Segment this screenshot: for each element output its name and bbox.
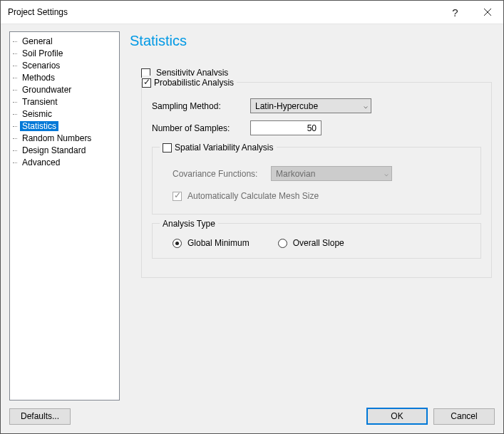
tree-item-soil-profile[interactable]: Soil Profile [10,47,119,59]
page-heading: Statistics [130,33,495,49]
tree-item-scenarios[interactable]: Scenarios [10,59,119,71]
global-minimum-radio[interactable] [173,239,182,248]
spatial-checkbox[interactable] [163,143,172,153]
defaults-button[interactable]: Defaults... [9,408,71,425]
close-button[interactable] [471,1,503,24]
tree-item-statistics[interactable]: Statistics [10,120,119,132]
help-icon: ? [452,6,458,19]
sampling-method-value: Latin-Hypercube [255,101,318,111]
tree-item-groundwater[interactable]: Groundwater [10,83,119,95]
tree-item-advanced[interactable]: Advanced [10,156,119,168]
spatial-group: Spatial Variability Analysis Covariance … [152,147,481,215]
chevron-down-icon: ⌵ [384,170,389,177]
tree-item-label: Groundwater [20,85,73,95]
covariance-select: Markovian ⌵ [271,166,392,181]
tree-item-random-numbers[interactable]: Random Numbers [10,132,119,144]
analysis-type-legend: Analysis Type [163,219,215,229]
auto-mesh-checkbox [173,192,182,201]
overall-slope-label: Overall Slope [293,238,344,248]
tree-item-label: Scenarios [20,61,62,71]
project-settings-dialog: Project Settings ? GeneralSoil ProfileSc… [0,0,504,434]
chevron-down-icon: ⌵ [364,102,368,110]
num-samples-label: Number of Samples: [152,123,245,133]
tree-item-label: Transient [20,97,60,107]
sampling-method-label: Sampling Method: [152,101,245,111]
footer: Defaults... OK Cancel [9,401,495,425]
probabilistic-label: Probabilistic Analysis [154,78,234,88]
client-area: GeneralSoil ProfileScenariosMethodsGroun… [1,24,503,433]
covariance-value: Markovian [276,169,315,179]
tree-item-label: Seismic [20,109,54,119]
tree-item-label: Advanced [20,157,62,167]
ok-button[interactable]: OK [366,408,428,425]
probabilistic-checkbox[interactable] [142,78,151,88]
overall-slope-radio[interactable] [278,239,287,248]
nav-tree[interactable]: GeneralSoil ProfileScenariosMethodsGroun… [9,31,120,401]
auto-mesh-label: Automatically Calculate Mesh Size [187,191,319,201]
tree-item-general[interactable]: General [10,35,119,47]
tree-item-seismic[interactable]: Seismic [10,108,119,120]
tree-item-label: Random Numbers [20,133,93,143]
num-samples-input[interactable]: 50 [250,120,322,135]
covariance-label: Covariance Functions: [173,169,265,179]
probabilistic-group: Probabilistic Analysis Sampling Method: … [141,82,492,278]
cancel-button[interactable]: Cancel [433,408,495,425]
analysis-type-group: Analysis Type Global Minimum Overall Slo… [152,223,481,259]
tree-item-transient[interactable]: Transient [10,95,119,108]
titlebar: Project Settings ? [1,1,503,24]
tree-item-label: Statistics [20,121,58,131]
tree-item-label: Methods [20,73,57,83]
tree-item-label: Design Standard [20,145,88,155]
help-button[interactable]: ? [439,1,471,24]
close-icon [484,9,491,16]
tree-item-label: Soil Profile [20,48,65,58]
global-minimum-label: Global Minimum [187,238,250,248]
sampling-method-select[interactable]: Latin-Hypercube ⌵ [250,98,371,113]
main-panel: Statistics Sensitivity Analysis Probabil… [130,31,495,401]
tree-item-design-standard[interactable]: Design Standard [10,144,119,156]
window-title: Project Settings [8,7,439,17]
tree-item-methods[interactable]: Methods [10,71,119,83]
spatial-label: Spatial Variability Analysis [175,143,274,153]
tree-item-label: General [20,36,55,46]
